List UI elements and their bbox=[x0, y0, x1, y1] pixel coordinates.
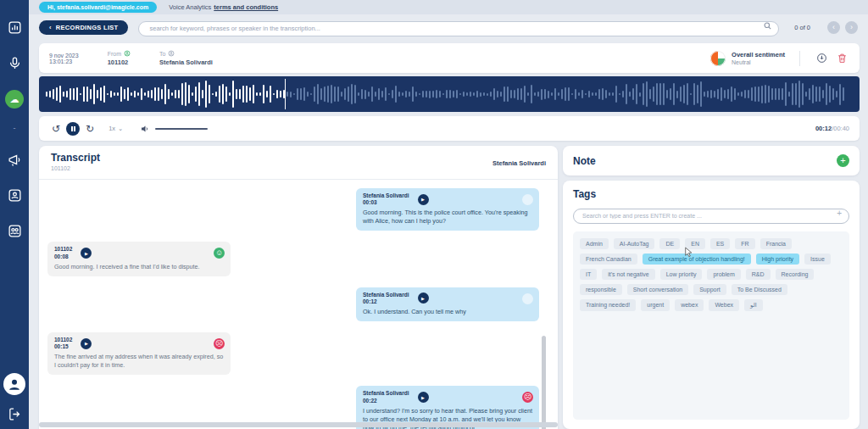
message-text: Good morning. This is the police court o… bbox=[363, 209, 532, 226]
message-play-button[interactable]: ▶ bbox=[418, 392, 429, 403]
recording-time: 13:01:23 bbox=[49, 58, 79, 64]
tag-chip[interactable]: urgent bbox=[641, 299, 670, 311]
sentiment-neutral-icon bbox=[522, 194, 533, 205]
tag-chip[interactable]: To Be Discussed bbox=[732, 284, 787, 295]
to-callee-icon bbox=[168, 50, 175, 57]
megaphone-icon[interactable] bbox=[6, 151, 23, 168]
message-timestamp: 00:08 bbox=[54, 254, 72, 260]
rewind-5-icon[interactable]: ↺ bbox=[49, 124, 63, 134]
tag-chip[interactable]: Issue bbox=[804, 254, 831, 265]
trash-icon bbox=[837, 53, 848, 64]
recordings-list-button[interactable]: ‹ RECORDINGS LIST bbox=[39, 20, 128, 35]
tag-chip[interactable]: IT bbox=[580, 269, 597, 280]
volume-slider[interactable] bbox=[155, 128, 208, 130]
playhead[interactable] bbox=[285, 79, 286, 109]
tag-chip[interactable]: French Canadian bbox=[580, 254, 637, 265]
tag-chip[interactable]: Low priority bbox=[660, 269, 703, 280]
playback-time: 00:12/00:40 bbox=[815, 125, 849, 132]
tag-chip[interactable]: Great example of objection handling! bbox=[643, 254, 751, 265]
message-play-button[interactable]: ▶ bbox=[418, 292, 429, 304]
message-timestamp: 00:03 bbox=[363, 199, 409, 206]
tag-chip[interactable]: الو bbox=[744, 299, 763, 311]
tag-chip[interactable]: Support bbox=[693, 284, 726, 295]
tag-chip[interactable]: R&D bbox=[746, 269, 771, 280]
note-panel: Note + bbox=[563, 146, 860, 176]
tag-chip[interactable]: responsible bbox=[580, 284, 622, 295]
download-button[interactable] bbox=[815, 51, 829, 65]
from-label: From bbox=[108, 51, 121, 57]
microphone-icon[interactable] bbox=[6, 54, 23, 71]
tag-chip[interactable]: ES bbox=[710, 238, 730, 249]
transcript-scrollbar[interactable] bbox=[542, 336, 546, 429]
tag-chip[interactable]: EN bbox=[685, 238, 705, 249]
message-text: Ok. I understand. Can you tell me why bbox=[363, 308, 532, 316]
tag-chip[interactable]: AI-AutoTag bbox=[614, 238, 655, 249]
speed-dropdown[interactable]: 1x ⌄ bbox=[108, 125, 123, 132]
sentiment-label: Overall sentiment bbox=[732, 51, 785, 58]
delete-button[interactable] bbox=[835, 51, 849, 65]
message-row: 10110200:15▶☹The fine arrived at my addr… bbox=[47, 332, 539, 375]
tag-chip[interactable]: Admin bbox=[580, 238, 609, 249]
transcript-caller: 101102 bbox=[51, 165, 546, 171]
message-speaker: Stefania Solivardi bbox=[363, 292, 409, 298]
user-badge: Hi, stefania.solivardi@imagicle.com bbox=[39, 2, 157, 13]
prev-match-button[interactable]: ‹ bbox=[827, 21, 840, 34]
add-note-button[interactable]: + bbox=[837, 154, 849, 167]
message-play-button[interactable]: ▶ bbox=[81, 248, 92, 259]
tag-chip[interactable]: problem bbox=[707, 269, 740, 280]
message-bubble: Stefania Solivardi00:12▶Ok. I understand… bbox=[356, 287, 539, 321]
next-match-button[interactable]: › bbox=[845, 21, 858, 34]
pause-button[interactable] bbox=[66, 122, 80, 136]
message-play-button[interactable]: ▶ bbox=[418, 194, 429, 205]
to-label: To bbox=[159, 51, 165, 57]
tag-chip[interactable]: Recording bbox=[776, 269, 815, 280]
forward-5-icon[interactable]: ↻ bbox=[83, 124, 97, 134]
tag-chip[interactable]: Training needed! bbox=[580, 299, 636, 311]
topbar: Hi, stefania.solivardi@imagicle.com Voic… bbox=[29, 0, 868, 14]
tag-chip[interactable]: Francia bbox=[760, 238, 792, 249]
player-controls: ↺ ↻ 1x ⌄ 00:12/00:40 bbox=[39, 116, 860, 141]
tags-add-icon: + bbox=[837, 209, 842, 218]
message-speaker: Stefania Solivardi bbox=[363, 390, 409, 397]
message-text: Good morning. I received a fine that I'd… bbox=[54, 263, 224, 271]
tags-title: Tags bbox=[573, 188, 849, 200]
transcription-search-input[interactable] bbox=[138, 21, 779, 36]
analytics-icon[interactable] bbox=[6, 19, 23, 36]
message-text: The fine arrived at my address when it w… bbox=[54, 353, 224, 370]
waveform-bars bbox=[46, 81, 853, 108]
message-speaker: Stefania Solivardi bbox=[363, 192, 409, 199]
cloud-recordings-icon[interactable]: ☁ bbox=[5, 90, 24, 109]
tag-chip[interactable]: webex bbox=[675, 299, 704, 311]
message-row: 10110200:08▶☺Good morning. I received a … bbox=[47, 242, 539, 276]
elapsed-time: 00:12 bbox=[815, 125, 832, 132]
message-timestamp: 00:12 bbox=[363, 298, 409, 305]
terms-link[interactable]: terms and conditions bbox=[214, 3, 278, 11]
groups-icon[interactable] bbox=[6, 222, 23, 239]
transcript-title: Transcript bbox=[51, 152, 546, 164]
horizontal-scrollbar[interactable] bbox=[39, 422, 558, 427]
from-caller-icon bbox=[124, 50, 131, 57]
tags-search-input[interactable] bbox=[573, 209, 849, 224]
tag-chip[interactable]: FR bbox=[735, 238, 754, 249]
tag-chip[interactable]: DE bbox=[659, 238, 680, 249]
tag-chip[interactable]: Short conversation bbox=[627, 284, 688, 295]
message-timestamp: 00:15 bbox=[54, 343, 72, 350]
contact-card-icon[interactable] bbox=[6, 187, 23, 203]
volume-icon[interactable] bbox=[140, 124, 150, 134]
message-row: Stefania Solivardi00:03▶Good morning. Th… bbox=[47, 188, 539, 231]
logout-icon[interactable] bbox=[6, 405, 23, 422]
message-bubble: Stefania Solivardi00:03▶Good morning. Th… bbox=[356, 188, 539, 231]
sentiment-negative-icon: ☹ bbox=[214, 338, 225, 349]
support-avatar[interactable] bbox=[3, 373, 25, 395]
back-button-label: RECORDINGS LIST bbox=[56, 24, 119, 31]
note-title: Note bbox=[573, 155, 596, 167]
tag-chip[interactable]: High priority bbox=[756, 254, 799, 265]
message-play-button[interactable]: ▶ bbox=[81, 338, 92, 349]
transcript-panel: Transcript 101102 Stefania Solivardi Ste… bbox=[39, 146, 558, 429]
tag-chip[interactable]: it's not negative bbox=[602, 269, 654, 280]
sidebar-divider: ‑ bbox=[14, 124, 16, 132]
tag-chip[interactable]: Webex bbox=[709, 299, 739, 311]
chat-area: Stefania Solivardi00:03▶Good morning. Th… bbox=[39, 180, 558, 429]
message-timestamp: 00:22 bbox=[363, 398, 409, 404]
waveform[interactable] bbox=[39, 76, 860, 112]
